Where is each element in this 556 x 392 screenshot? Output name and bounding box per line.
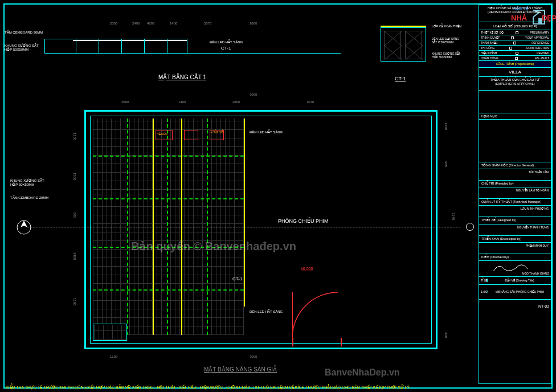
tb-proj: VILLA [479, 68, 551, 77]
note-cemboard: TẤM CEMBOARD 20MM [5, 30, 43, 34]
plan-note-cemboard: TẤM CEMBOARD 20MM [10, 195, 48, 199]
tb-gd-lbl: TỔNG GIÁM ĐỐC (Director General) [479, 162, 551, 169]
tb-tk-lbl: THIẾT KẾ (Designed by) [479, 217, 551, 224]
tb-ct-lbl: CHỦ TRÌ (Presided by) [479, 181, 551, 187]
tb-tk-name: NGUYỄN THANH TÙNG [479, 224, 551, 236]
tb-approval: THỎA THUẬN CỦA CHỦ ĐẦU TƯ (EMPLOYER'S AP… [479, 77, 551, 91]
section-1: TẤM CEMBOARD 20MM KHUNG XƯƠNG SẮT HỘP 50… [44, 22, 341, 84]
section-tag: CT-1 [221, 46, 231, 51]
footer-note: KIỂM TRA THỰC TẾ TRƯỚC KHI THI CÔNG;KẾT … [6, 385, 411, 390]
tb-km-lbl: KIỂM (Checked by) [479, 254, 551, 261]
note-khung2: KHUNG XƯƠNG SẮT HỘP 50X50MM [432, 52, 460, 59]
titleblock: HIỆU CHỈNH VÀ NGÀY HOÀN THÀNH (REVISION … [479, 5, 551, 384]
plan-note-khung: KHUNG XƯƠNG SẮT HỘP 50X50MM [10, 178, 44, 186]
grid-bubble [466, 223, 474, 231]
tb-gd-name: BÙI TUẤN LÂM [479, 169, 551, 181]
note-led2: ĐÈN LED DẠT SÁNG SẮT V 50X50MM [432, 37, 459, 44]
north-arrow-icon [16, 219, 32, 235]
plan-title: MẶT BẰNG NÂNG SÀN GIẢ [204, 366, 277, 373]
tb-proj-lbl: CÔNG TRÌNH (Project Name) [479, 61, 551, 68]
note-led: ĐÈN LED HẮT SÁNG [210, 40, 243, 44]
level-marker: ±0.000 [301, 267, 313, 271]
drawing-area: TẤM CEMBOARD 20MM KHUNG XƯƠNG SẮT HỘP 50… [5, 5, 475, 375]
plan-note-led2: ĐÈN LED HẮT SÁNG [250, 309, 283, 313]
tb-issue-head: LOẠI HỒ SƠ (ISSUED FOR) [479, 22, 551, 30]
tb-tr-name: PHẠM MINH DUY [479, 243, 551, 254]
detail-ct1: LỚP VẢI HOÀN THIỆN ĐÈN LED DẠT SÁNG SẮT … [369, 13, 466, 87]
note-lop: LỚP VẢI HOÀN THIỆN [432, 24, 461, 28]
tb-revision-head: HIỆU CHỈNH VÀ NGÀY HOÀN THÀNH (REVISION … [479, 5, 551, 22]
tb-item-lbl: HẠNG MỤC [479, 113, 551, 120]
tb-ct-name: NGUYỄN LÂM TỐ NGÂN [479, 187, 551, 199]
room-label: PHÒNG CHIẾU PHIM [278, 218, 329, 224]
detail-title: CT-1 [395, 76, 406, 81]
tb-tr-lbl: TRIỂN KHAI (Developed by) [479, 236, 551, 243]
plan-section-tag: CT-1 [232, 276, 242, 281]
section-title: MẶT BẰNG CẮT 1 [158, 74, 206, 80]
tb-ql-name: LƯU MINH PHƯƠNG [479, 206, 551, 217]
floor-plan: +CỬA SỔ HỆ RÈM PHÒNG CHIẾU PHIM ±0.000 C… [62, 99, 460, 372]
note-khung: KHUNG XƯƠNG SẮT HỘP 50X50MM [5, 43, 39, 51]
tb-issue-rows: THIẾT KẾ SƠ BỘPRELIMINARY TRÌNH DUYỆTYOU… [479, 30, 551, 61]
tb-ql-lbl: QUẢN LÝ KỸ THUẬT (Technical Manager) [479, 199, 551, 206]
plan-note-led: ĐÈN LED HẮT SÁNG [250, 130, 283, 134]
